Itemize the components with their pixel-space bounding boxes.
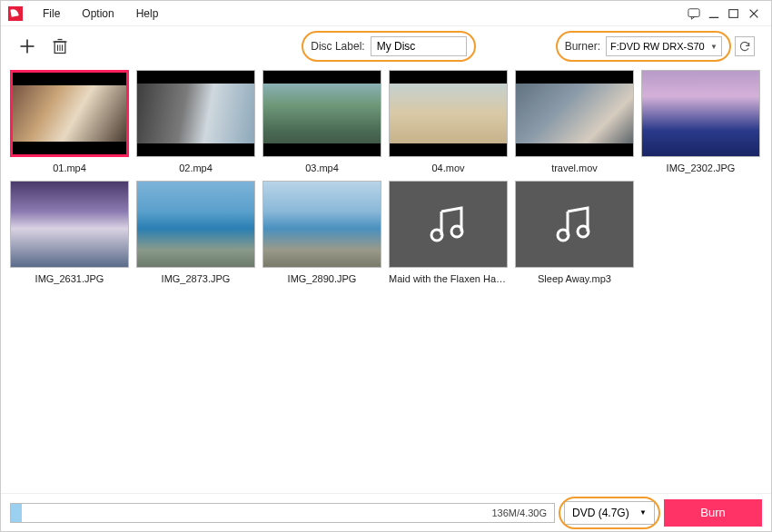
media-item[interactable]: Sleep Away.mp3 xyxy=(515,181,634,284)
disc-type-value: DVD (4.7G) xyxy=(572,507,629,519)
app-icon xyxy=(8,6,23,21)
add-button[interactable] xyxy=(17,36,37,56)
toolbar: Disc Label: Burner: F:DVD RW DRX-S70U ▼ xyxy=(1,26,771,66)
thumbnail[interactable] xyxy=(515,181,634,268)
minimize-icon[interactable] xyxy=(704,5,724,22)
thumbnail[interactable] xyxy=(262,181,381,268)
media-item[interactable]: 02.mp4 xyxy=(136,70,255,173)
delete-button[interactable] xyxy=(50,36,70,56)
menu-option[interactable]: Option xyxy=(71,7,124,20)
thumbnail[interactable] xyxy=(641,70,760,157)
thumbnail[interactable] xyxy=(389,70,508,157)
media-item[interactable]: 01.mp4 xyxy=(10,70,129,173)
chevron-down-icon: ▼ xyxy=(639,508,647,517)
thumbnail[interactable] xyxy=(10,70,129,157)
media-item[interactable]: IMG_2890.JPG xyxy=(262,181,381,284)
refresh-button[interactable] xyxy=(735,36,755,56)
media-label: IMG_2890.JPG xyxy=(288,273,357,284)
content-area: 01.mp402.mp403.mp404.movtravel.movIMG_23… xyxy=(1,66,771,493)
thumbnail[interactable] xyxy=(136,70,255,157)
disc-type-select[interactable]: DVD (4.7G) ▼ xyxy=(564,501,655,525)
burner-label-text: Burner: xyxy=(565,40,600,53)
media-label: IMG_2302.JPG xyxy=(667,163,736,173)
media-item[interactable]: 03.mp4 xyxy=(262,70,381,173)
media-item[interactable]: IMG_2873.JPG xyxy=(136,181,255,284)
media-item[interactable]: 04.mov xyxy=(389,70,508,173)
disc-label-text: Disc Label: xyxy=(311,40,364,53)
disc-label-group: Disc Label: xyxy=(311,36,466,56)
svg-rect-2 xyxy=(729,9,738,17)
capacity-fill xyxy=(11,504,22,522)
media-label: Maid with the Flaxen Hair.... xyxy=(389,273,508,284)
footer: 136M/4.30G DVD (4.7G) ▼ Burn xyxy=(1,493,771,531)
thumbnail[interactable] xyxy=(515,70,634,157)
capacity-text: 136M/4.30G xyxy=(491,507,547,518)
chevron-down-icon: ▼ xyxy=(710,43,718,51)
close-icon[interactable] xyxy=(744,5,764,22)
thumbnail[interactable] xyxy=(10,181,129,268)
burner-value: F:DVD RW DRX-S70U xyxy=(610,41,705,52)
disc-label-input[interactable] xyxy=(371,36,467,56)
media-label: 03.mp4 xyxy=(305,163,339,173)
media-item[interactable]: Maid with the Flaxen Hair.... xyxy=(389,181,508,284)
capacity-bar: 136M/4.30G xyxy=(10,503,555,523)
thumbnail[interactable] xyxy=(262,70,381,157)
burn-button[interactable]: Burn xyxy=(664,499,762,527)
thumbnail[interactable] xyxy=(136,181,255,268)
burner-select[interactable]: F:DVD RW DRX-S70U ▼ xyxy=(606,36,722,56)
thumbnail[interactable] xyxy=(389,181,508,268)
media-label: Sleep Away.mp3 xyxy=(538,273,611,284)
menu-file[interactable]: File xyxy=(32,7,71,20)
media-item[interactable]: IMG_2631.JPG xyxy=(10,181,129,284)
media-label: 02.mp4 xyxy=(179,163,213,173)
maximize-icon[interactable] xyxy=(724,5,744,22)
media-item[interactable]: travel.mov xyxy=(515,70,634,173)
burner-group: Burner: F:DVD RW DRX-S70U ▼ xyxy=(565,36,722,56)
menu-help[interactable]: Help xyxy=(125,7,170,20)
media-label: IMG_2631.JPG xyxy=(35,273,104,284)
media-label: travel.mov xyxy=(551,163,598,173)
svg-rect-0 xyxy=(688,8,699,16)
media-label: 04.mov xyxy=(431,163,464,173)
media-label: 01.mp4 xyxy=(53,163,86,173)
feedback-icon[interactable] xyxy=(684,5,704,22)
titlebar: File Option Help xyxy=(1,1,771,26)
media-item[interactable]: IMG_2302.JPG xyxy=(641,70,760,173)
thumbnail-grid: 01.mp402.mp403.mp404.movtravel.movIMG_23… xyxy=(10,70,762,284)
media-label: IMG_2873.JPG xyxy=(162,273,231,284)
